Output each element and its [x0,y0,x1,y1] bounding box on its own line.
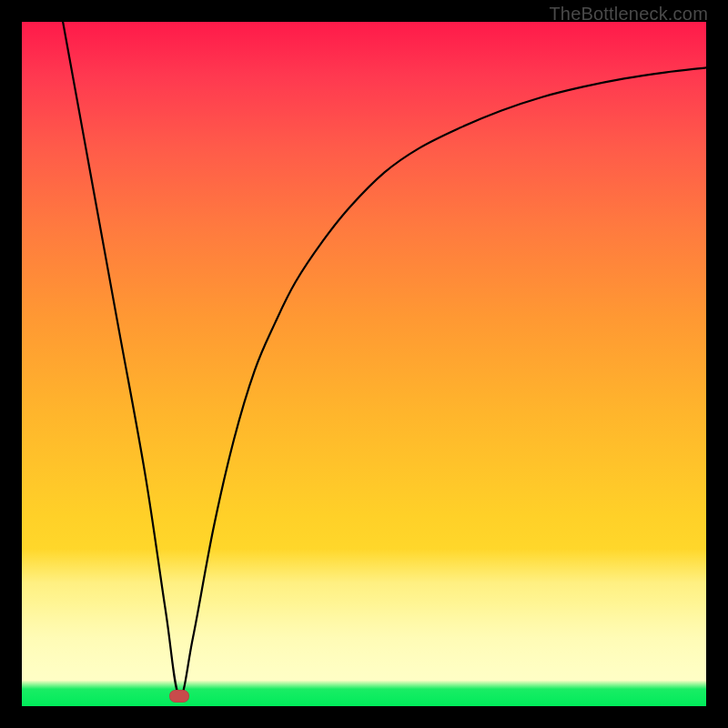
watermark-text: TheBottleneck.com [549,4,708,25]
plot-area [22,22,706,706]
chart-frame: TheBottleneck.com [0,0,728,728]
curve-svg [22,22,706,706]
curve-line [63,22,706,696]
min-marker [169,690,189,703]
